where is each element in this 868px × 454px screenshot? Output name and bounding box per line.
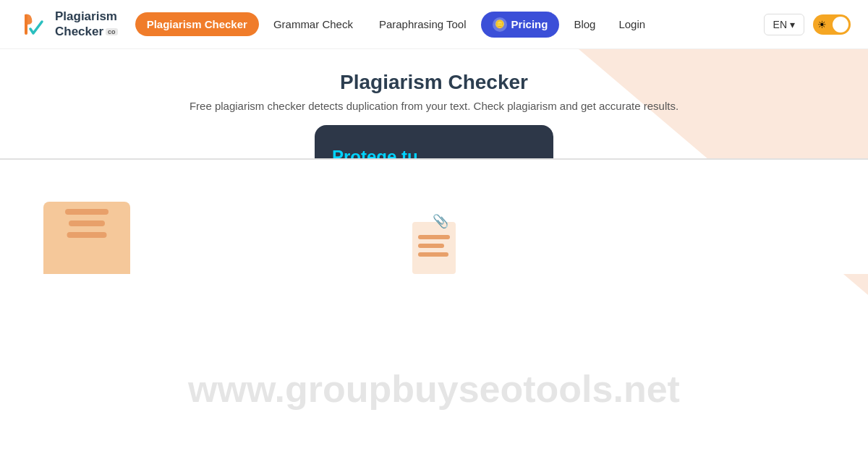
sun-icon: ☀ xyxy=(817,19,827,30)
theme-toggle[interactable]: ☀ xyxy=(813,14,851,35)
lang-dropdown-arrow: ▾ xyxy=(790,19,795,30)
co-badge: co xyxy=(106,28,118,35)
logo-line2: Checkerco xyxy=(55,25,118,39)
hero-section: Plagiarism Checker Free plagiarism check… xyxy=(0,49,868,112)
nav-login[interactable]: Login xyxy=(610,12,654,36)
pricing-coin-icon: 🪙 xyxy=(493,17,507,32)
logo-icon xyxy=(17,9,49,40)
nav-pricing[interactable]: 🪙 Pricing xyxy=(481,12,560,38)
nav-paraphrasing-tool[interactable]: Paraphrasing Tool xyxy=(367,12,478,36)
lang-label: EN xyxy=(773,19,787,30)
nav-blog[interactable]: Blog xyxy=(562,12,607,36)
bottom-section: 📎 xyxy=(0,158,868,274)
nav-plagiarism-checker[interactable]: Plagiarism Checker xyxy=(135,12,259,36)
nav-links: Plagiarism Checker Grammar Check Paraphr… xyxy=(135,12,764,38)
document-icon: 📎 xyxy=(412,222,456,274)
logo[interactable]: Plagiarism Checkerco xyxy=(17,9,118,40)
hero-title: Plagiarism Checker xyxy=(0,71,868,94)
paperclip-icon: 📎 xyxy=(433,213,448,229)
nav-right: EN ▾ ☀ xyxy=(764,14,851,35)
hero-subtitle: Free plagiarism checker detects duplicat… xyxy=(0,100,868,112)
navbar: Plagiarism Checkerco Plagiarism Checker … xyxy=(0,0,868,49)
language-selector[interactable]: EN ▾ xyxy=(764,14,804,35)
toggle-knob xyxy=(833,17,848,33)
main-content: Plagiarism Checker Free plagiarism check… xyxy=(0,49,868,274)
scroll-illustration xyxy=(43,202,130,274)
svg-rect-1 xyxy=(25,14,27,35)
pricing-label: Pricing xyxy=(511,18,548,30)
svg-point-0 xyxy=(17,9,49,40)
logo-text: Plagiarism Checkerco xyxy=(55,9,118,39)
watermark: www.groupbuyseotools.net xyxy=(0,367,868,411)
logo-line1: Plagiarism xyxy=(55,9,118,24)
nav-grammar-check[interactable]: Grammar Check xyxy=(262,12,365,36)
